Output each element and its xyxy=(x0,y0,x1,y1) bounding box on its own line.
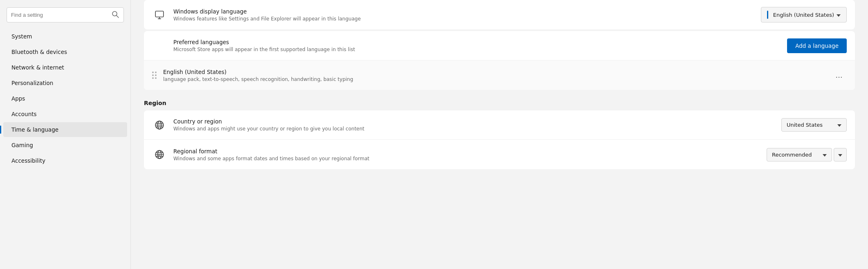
search-box[interactable] xyxy=(7,7,124,22)
country-region-subtitle: Windows and apps might use your country … xyxy=(173,126,781,132)
english-entry-row: English (United States) language pack, t… xyxy=(144,61,855,90)
windows-display-language-text: Windows display language Windows feature… xyxy=(173,8,761,22)
preferred-languages-action: Add a language xyxy=(787,38,847,53)
preferred-languages-subtitle: Microsoft Store apps will appear in the … xyxy=(173,47,787,52)
search-input[interactable] xyxy=(11,12,108,18)
windows-display-language-row: Windows display language Windows feature… xyxy=(144,0,855,29)
chevron-down-icon xyxy=(838,152,842,158)
sidebar-item-label: Accessibility xyxy=(11,157,45,164)
windows-display-language-action: English (United States) xyxy=(761,7,847,22)
windows-display-language-title: Windows display language xyxy=(173,8,761,15)
main-content: Windows display language Windows feature… xyxy=(131,0,868,269)
regional-format-icon-svg: A xyxy=(155,150,164,159)
preferred-languages-row: Preferred languages Microsoft Store apps… xyxy=(144,31,855,61)
sidebar-item-label: Apps xyxy=(11,95,25,102)
regional-format-row: A Regional format Windows and some apps … xyxy=(144,140,855,169)
preferred-languages-text: Preferred languages Microsoft Store apps… xyxy=(152,39,787,52)
sidebar-item-apps[interactable]: Apps xyxy=(3,91,127,106)
country-region-row: Country or region Windows and apps might… xyxy=(144,110,855,140)
sidebar-item-gaming[interactable]: Gaming xyxy=(3,138,127,152)
sidebar-item-system[interactable]: System xyxy=(3,29,127,44)
regional-format-value: Recommended xyxy=(772,152,812,158)
windows-display-language-value: English (United States) xyxy=(773,12,834,18)
regional-format-icon: A xyxy=(152,147,167,162)
regional-format-dropdown[interactable]: Recommended xyxy=(767,148,832,161)
regional-format-expand-button[interactable] xyxy=(834,148,847,161)
preferred-languages-title: Preferred languages xyxy=(173,39,787,45)
monitor-icon xyxy=(152,7,167,22)
sidebar-item-label: Personalization xyxy=(11,80,53,86)
windows-display-language-dropdown[interactable]: English (United States) xyxy=(761,7,847,22)
sidebar: System Bluetooth & devices Network & int… xyxy=(0,0,131,269)
preferred-languages-card: Preferred languages Microsoft Store apps… xyxy=(144,31,855,90)
search-icon xyxy=(111,10,119,20)
english-entry-action: … xyxy=(831,69,847,81)
search-box-wrapper xyxy=(0,5,130,28)
sidebar-item-bluetooth[interactable]: Bluetooth & devices xyxy=(3,45,127,59)
english-entry-text: English (United States) language pack, t… xyxy=(163,69,831,82)
sidebar-item-label: System xyxy=(11,33,32,40)
sidebar-item-network[interactable]: Network & internet xyxy=(3,60,127,75)
add-language-button[interactable]: Add a language xyxy=(787,38,847,53)
country-region-value: United States xyxy=(787,122,823,128)
sidebar-item-label: Gaming xyxy=(11,142,33,148)
country-region-title: Country or region xyxy=(173,118,781,125)
english-entry-title: English (United States) xyxy=(163,69,831,75)
sidebar-item-label: Accounts xyxy=(11,111,37,117)
windows-display-language-subtitle: Windows features like Settings and File … xyxy=(173,16,761,22)
sidebar-item-label: Network & internet xyxy=(11,64,64,71)
monitor-icon-svg xyxy=(155,10,164,20)
region-card: Country or region Windows and apps might… xyxy=(144,110,855,169)
globe-icon xyxy=(152,118,167,132)
windows-display-language-card: Windows display language Windows feature… xyxy=(144,0,855,29)
globe-icon-svg xyxy=(155,120,164,130)
svg-text:A: A xyxy=(158,153,160,157)
country-region-select[interactable]: United States xyxy=(781,118,847,132)
blue-bar-indicator xyxy=(767,11,768,19)
sidebar-item-label: Time & language xyxy=(11,126,58,133)
country-region-text: Country or region Windows and apps might… xyxy=(173,118,781,132)
search-icon-svg xyxy=(111,10,119,18)
sidebar-item-label: Bluetooth & devices xyxy=(11,49,67,55)
chevron-down-icon xyxy=(837,122,841,128)
regional-format-action: Recommended xyxy=(767,148,847,161)
chevron-down-icon xyxy=(837,12,841,18)
english-entry-subtitle: language pack, text-to-speech, speech re… xyxy=(163,76,831,82)
sidebar-item-personalization[interactable]: Personalization xyxy=(3,76,127,90)
sidebar-item-time-language[interactable]: Time & language xyxy=(3,122,127,137)
svg-rect-2 xyxy=(155,11,164,17)
regional-format-title: Regional format xyxy=(173,148,767,155)
regional-format-subtitle: Windows and some apps format dates and t… xyxy=(173,156,767,161)
chevron-down-icon xyxy=(823,152,827,158)
regional-format-text: Regional format Windows and some apps fo… xyxy=(173,148,767,161)
drag-handle[interactable] xyxy=(152,72,157,79)
country-region-action: United States xyxy=(781,118,847,132)
svg-point-0 xyxy=(112,11,117,16)
region-section-heading: Region xyxy=(144,100,855,106)
english-entry-menu-button[interactable]: … xyxy=(831,69,847,81)
svg-line-1 xyxy=(117,16,119,18)
sidebar-item-accessibility[interactable]: Accessibility xyxy=(3,153,127,168)
sidebar-item-accounts[interactable]: Accounts xyxy=(3,107,127,121)
